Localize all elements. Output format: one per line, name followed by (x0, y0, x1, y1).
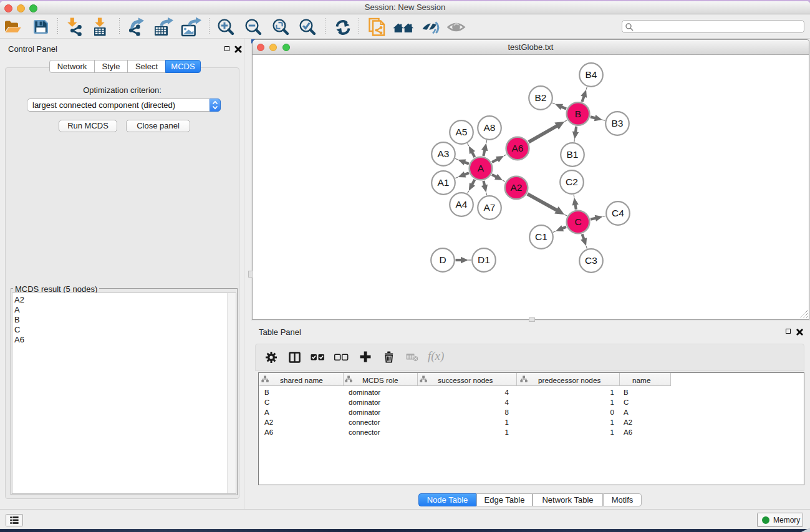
svg-text:C: C (574, 216, 581, 227)
svg-text:A5: A5 (456, 127, 468, 137)
svg-text:D: D (439, 254, 446, 265)
svg-text:B2: B2 (535, 92, 547, 103)
svg-text:D1: D1 (478, 254, 490, 265)
svg-text:A1: A1 (438, 177, 450, 188)
svg-text:A4: A4 (456, 199, 468, 210)
svg-text:A2: A2 (511, 182, 523, 193)
svg-text:A6: A6 (512, 143, 524, 153)
svg-text:A3: A3 (438, 148, 450, 159)
svg-text:B4: B4 (586, 69, 597, 80)
svg-text:A7: A7 (484, 202, 496, 213)
svg-text:B: B (575, 109, 581, 119)
svg-text:C4: C4 (612, 208, 624, 218)
svg-text:A: A (478, 163, 485, 173)
svg-text:C1: C1 (535, 231, 547, 242)
svg-text:B3: B3 (612, 118, 624, 128)
svg-text:A8: A8 (484, 122, 496, 133)
svg-text:C2: C2 (566, 177, 578, 187)
svg-text:C3: C3 (585, 255, 597, 266)
svg-text:B1: B1 (567, 149, 579, 160)
